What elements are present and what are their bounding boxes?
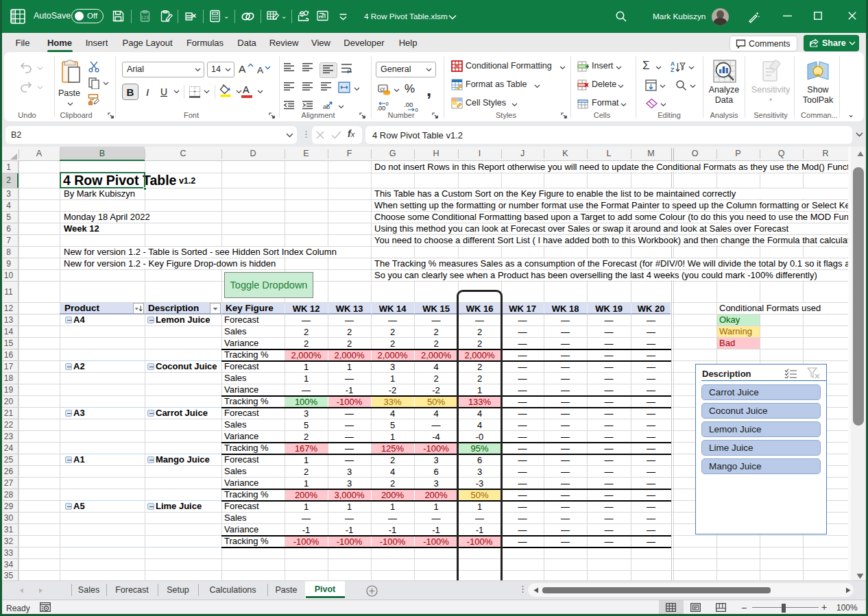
svg-text:.00: .00: [376, 104, 385, 112]
svg-text:123: 123: [141, 15, 149, 20]
svg-text:Z: Z: [671, 66, 674, 73]
svg-text:0: 0: [415, 107, 418, 112]
svg-text:.00: .00: [404, 101, 413, 108]
svg-text:ab: ab: [323, 103, 330, 110]
svg-text:0: 0: [386, 101, 389, 107]
